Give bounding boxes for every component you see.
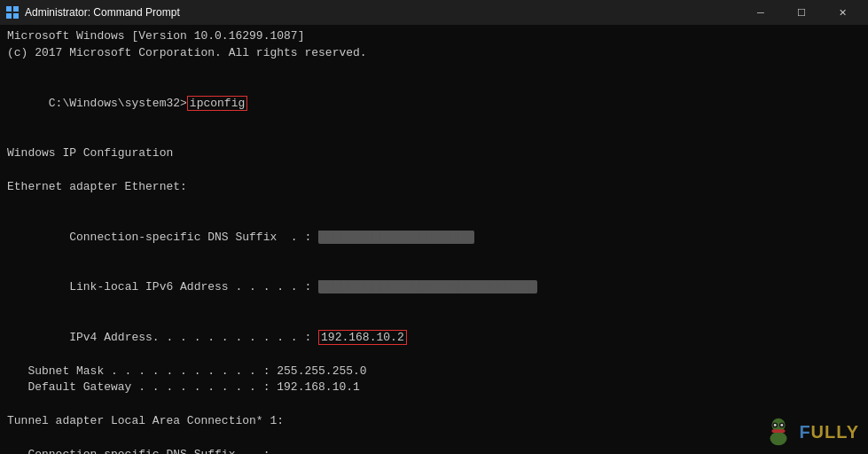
svg-rect-1 xyxy=(13,6,19,12)
svg-rect-2 xyxy=(6,13,12,19)
svg-point-8 xyxy=(774,424,777,427)
empty-line-3 xyxy=(7,162,861,179)
ipv6-link-value: ████████████████████████████ xyxy=(318,280,536,294)
tunnel-adapter-header: Tunnel adapter Local Area Connection* 1: xyxy=(7,413,861,430)
watermark: FULLY xyxy=(762,415,859,449)
empty-line-5 xyxy=(7,396,861,413)
empty-line-2 xyxy=(7,129,861,145)
watermark-logo xyxy=(762,415,795,449)
empty-line-6 xyxy=(7,430,861,447)
close-button[interactable]: ✕ xyxy=(822,0,863,25)
maximize-button[interactable]: ☐ xyxy=(781,0,822,25)
prompt: C:\Windows\system32> xyxy=(49,97,187,110)
tunnel-dns-line: Connection-specific DNS Suffix . : xyxy=(7,447,861,454)
title-bar: Administrator: Command Prompt ─ ☐ ✕ xyxy=(0,0,868,25)
gateway-line: Default Gateway . . . . . . . . . : 192.… xyxy=(7,380,861,396)
ipv6-link-label: Link-local IPv6 Address . . . . . : xyxy=(49,280,318,294)
svg-rect-0 xyxy=(6,6,12,12)
svg-rect-10 xyxy=(772,429,786,433)
terminal-content: Microsoft Windows [Version 10.0.16299.10… xyxy=(0,25,868,454)
watermark-label: FULLY xyxy=(799,422,859,442)
ipv4-value: 192.168.10.2 xyxy=(318,330,407,345)
svg-rect-3 xyxy=(13,13,19,19)
command-line: C:\Windows\system32>ipconfig xyxy=(7,79,861,129)
output-line-1: Microsoft Windows [Version 10.0.16299.10… xyxy=(7,28,861,45)
svg-point-5 xyxy=(770,432,787,445)
output-line-3: Windows IP Configuration xyxy=(7,145,861,162)
ipconfig-command: ipconfig xyxy=(187,96,247,111)
window-icon xyxy=(5,5,20,20)
ipv4-label: IPv4 Address. . . . . . . . . . . : xyxy=(49,331,318,344)
minimize-button[interactable]: ─ xyxy=(740,0,781,25)
dns-suffix-value: ████████████████████ xyxy=(318,231,474,244)
empty-line-1 xyxy=(7,62,861,79)
dns-suffix-label: Connection-specific DNS Suffix . : xyxy=(49,231,318,244)
svg-point-9 xyxy=(781,424,784,427)
output-line-2: (c) 2017 Microsoft Corporation. All righ… xyxy=(7,45,861,62)
dns-suffix-line: Connection-specific DNS Suffix . : █████… xyxy=(7,213,861,263)
title-bar-buttons: ─ ☐ ✕ xyxy=(740,0,863,25)
window: Administrator: Command Prompt ─ ☐ ✕ Micr… xyxy=(0,0,868,454)
ipv6-link-local-line: Link-local IPv6 Address . . . . . : ████… xyxy=(7,262,861,313)
subnet-line: Subnet Mask . . . . . . . . . . . : 255.… xyxy=(7,364,861,380)
empty-line-4 xyxy=(7,196,861,213)
title-text: Administrator: Command Prompt xyxy=(25,6,740,19)
ethernet-adapter-header: Ethernet adapter Ethernet: xyxy=(7,179,861,196)
ipv4-line: IPv4 Address. . . . . . . . . . . : 192.… xyxy=(7,313,861,364)
